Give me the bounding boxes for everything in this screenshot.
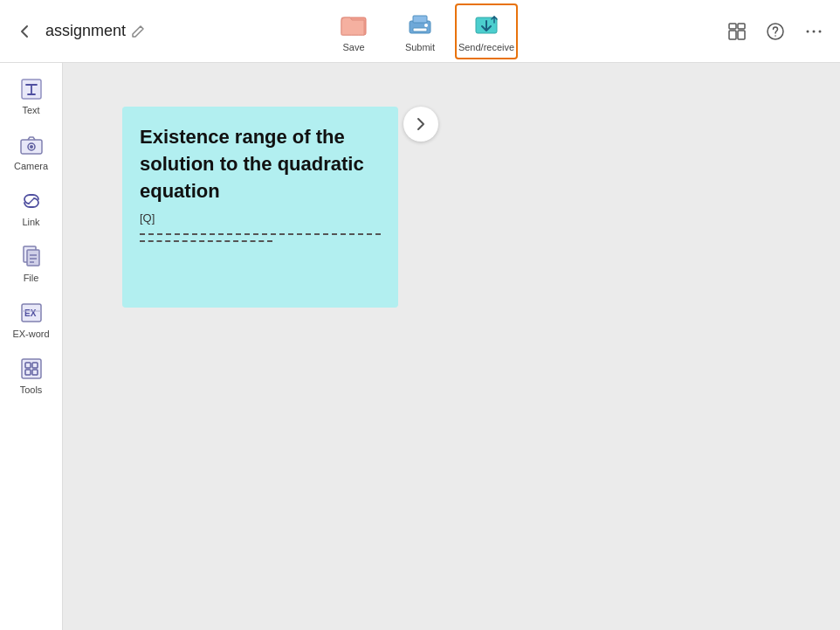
edit-icon[interactable]: [131, 24, 145, 38]
svg-point-14: [819, 30, 822, 32]
top-right-actions: [721, 16, 830, 47]
card-q-label: [Q]: [140, 211, 381, 225]
svg-rect-7: [738, 24, 745, 29]
grid-view-button[interactable]: [721, 16, 753, 47]
svg-rect-3: [413, 28, 427, 31]
back-button[interactable]: [10, 17, 38, 45]
card-dashes-line1: [140, 233, 381, 235]
assignment-title: assignment: [45, 22, 145, 40]
sidebar-file-label: File: [24, 273, 39, 283]
save-label: Save: [342, 42, 364, 52]
next-arrow-button[interactable]: [403, 107, 438, 142]
svg-point-12: [807, 30, 809, 32]
svg-rect-9: [738, 31, 745, 39]
sidebar-camera-label: Camera: [14, 161, 48, 171]
card-title: Existence range of the solution to the q…: [140, 124, 381, 204]
camera-icon: [19, 133, 44, 157]
more-options-button[interactable]: [798, 16, 830, 47]
svg-rect-2: [413, 16, 427, 23]
svg-rect-8: [729, 31, 736, 39]
save-icon: [340, 10, 368, 38]
sidebar-tools-label: Tools: [20, 384, 43, 395]
send-receive-button[interactable]: Send/receive: [455, 3, 518, 59]
submit-button[interactable]: Submit: [389, 3, 451, 59]
main-content: Existence range of the solution to the q…: [63, 63, 840, 630]
submit-label: Submit: [405, 42, 435, 52]
question-card: Existence range of the solution to the q…: [122, 107, 398, 308]
link-icon: [19, 189, 44, 213]
card-dashes-line2: [140, 240, 272, 242]
svg-text:EX: EX: [24, 308, 37, 318]
svg-rect-28: [22, 359, 41, 378]
svg-line-19: [29, 198, 34, 204]
svg-rect-6: [729, 24, 736, 29]
sidebar-exword-label: EX-word: [12, 329, 49, 339]
sidebar-item-exword[interactable]: EX EX-word: [5, 294, 58, 346]
sidebar-item-link[interactable]: Link: [5, 182, 58, 234]
svg-rect-21: [27, 250, 39, 266]
top-bar: assignment Save: [0, 0, 840, 63]
sidebar-item-text[interactable]: Text: [5, 70, 58, 122]
svg-point-18: [30, 145, 33, 149]
exword-icon: EX: [19, 301, 44, 325]
svg-point-13: [813, 30, 816, 32]
file-icon: [19, 245, 44, 269]
sidebar-item-camera[interactable]: Camera: [5, 126, 58, 178]
help-button[interactable]: [760, 16, 791, 47]
svg-point-4: [424, 24, 428, 27]
tools-icon: [19, 357, 44, 381]
sidebar-text-label: Text: [22, 105, 39, 115]
sidebar-item-tools[interactable]: Tools: [5, 350, 58, 402]
submit-icon: [406, 10, 434, 38]
sidebar-item-file[interactable]: File: [5, 238, 58, 290]
save-button[interactable]: Save: [322, 3, 385, 59]
send-receive-label: Send/receive: [458, 42, 514, 52]
sidebar-link-label: Link: [22, 217, 39, 227]
sidebar: Text Camera Link: [0, 63, 63, 630]
toolbar: Save Submit: [322, 3, 518, 59]
svg-point-11: [775, 35, 776, 37]
text-icon: [19, 77, 44, 101]
send-receive-icon: [472, 10, 500, 38]
